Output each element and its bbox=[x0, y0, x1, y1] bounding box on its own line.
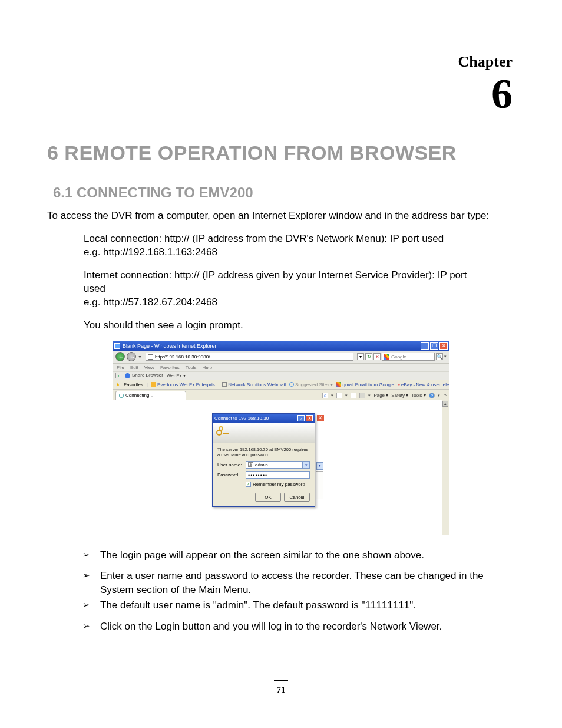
favlink-everfocus[interactable]: Everfocus WebEx Enterpris... bbox=[151, 382, 219, 387]
page-menu[interactable]: Page ▾ bbox=[373, 393, 388, 398]
auth-dialog: Connect to 192.168.10.30 ? ✕ The server … bbox=[212, 413, 315, 508]
bullet-text-1: The login page will appear on the screen… bbox=[100, 548, 424, 562]
mail-button[interactable] bbox=[351, 393, 356, 398]
page-icon bbox=[148, 354, 153, 360]
behind-dropdown-icon: ▾ bbox=[316, 462, 323, 470]
dialog-banner bbox=[213, 423, 315, 443]
ebay-icon: e bbox=[398, 383, 400, 387]
ie-small-icon bbox=[289, 382, 294, 387]
print-button[interactable] bbox=[359, 393, 365, 398]
dialog-title: Connect to 192.168.10.30 bbox=[214, 416, 296, 421]
favlink-netsol[interactable]: Network Solutions Webmail bbox=[222, 382, 286, 387]
dialog-body: The server 192.168.10.30 at EMV200 requi… bbox=[213, 443, 315, 507]
menu-file[interactable]: File bbox=[117, 365, 124, 370]
menu-bar: File Edit View Favorites Tools Help bbox=[113, 364, 449, 372]
remember-label: Remember my password bbox=[253, 482, 305, 487]
feeds-dropdown-icon[interactable]: ▾ bbox=[345, 393, 348, 398]
webex-toolbar: x Share Browser WebEx ▾ bbox=[113, 372, 449, 380]
page-number: 71 bbox=[277, 685, 286, 694]
dialog-close-button[interactable]: ✕ bbox=[306, 415, 313, 421]
tools-menu[interactable]: Tools ▾ bbox=[411, 393, 426, 398]
webex-menu[interactable]: WebEx ▾ bbox=[167, 373, 186, 378]
password-row: Password: •••••••• bbox=[217, 471, 310, 479]
menu-tools[interactable]: Tools bbox=[186, 365, 197, 370]
password-input[interactable]: •••••••• bbox=[246, 471, 310, 479]
menu-favorites[interactable]: Favorites bbox=[160, 365, 180, 370]
cancel-button[interactable]: Cancel bbox=[284, 493, 310, 502]
bullet-text-2: Enter a user name and password to access… bbox=[100, 569, 491, 597]
section-heading: 6.1 CONNECTING TO EMV200 bbox=[53, 185, 515, 201]
username-input[interactable]: admin ▾ bbox=[246, 461, 310, 469]
favorites-star-icon[interactable]: ★ bbox=[115, 381, 120, 387]
google-small-icon bbox=[336, 382, 341, 387]
forward-button[interactable]: → bbox=[127, 352, 136, 361]
dialog-help-button[interactable]: ? bbox=[297, 415, 305, 421]
menu-edit[interactable]: Edit bbox=[130, 365, 138, 370]
username-row: User name: admin ▾ bbox=[217, 461, 310, 469]
chapter-label: Chapter bbox=[458, 53, 513, 71]
loading-spinner-icon bbox=[119, 393, 124, 398]
list-item: ➢ Enter a user name and password to acce… bbox=[82, 569, 491, 597]
internet-line-1: Internet connection: http:// (IP address… bbox=[84, 269, 491, 296]
scroll-up-button[interactable]: ▴ bbox=[442, 401, 448, 407]
bullet-marker-icon: ➢ bbox=[82, 548, 92, 562]
safety-menu[interactable]: Safety ▾ bbox=[391, 393, 408, 398]
search-placeholder: Google bbox=[391, 354, 406, 360]
search-button[interactable]: 🔍 bbox=[436, 353, 443, 360]
username-dropdown-icon[interactable]: ▾ bbox=[302, 462, 309, 468]
search-dropdown-icon[interactable]: ▾ bbox=[444, 354, 447, 359]
menu-help[interactable]: Help bbox=[202, 365, 211, 370]
password-label: Password: bbox=[217, 472, 246, 477]
back-button[interactable]: ← bbox=[115, 352, 125, 361]
dialog-titlebar: Connect to 192.168.10.30 ? ✕ bbox=[213, 414, 315, 423]
favlink-suggested[interactable]: Suggested Sites ▾ bbox=[289, 382, 333, 387]
page-footer: 71 bbox=[0, 674, 562, 695]
nav-right-controls: ▾ ↻ ✕ Google 🔍 ▾ bbox=[357, 353, 447, 361]
stop-button[interactable]: ✕ bbox=[373, 353, 381, 360]
behind-window-edge bbox=[316, 471, 323, 499]
keys-icon bbox=[216, 426, 229, 439]
help-button[interactable]: ? bbox=[429, 393, 435, 398]
close-button[interactable]: ✕ bbox=[439, 342, 448, 350]
home-button[interactable]: ⌂ bbox=[322, 393, 328, 398]
bullet-list: ➢ The login page will appear on the scre… bbox=[47, 548, 515, 634]
nav-dropdown-icon[interactable]: ▼ bbox=[138, 355, 142, 359]
list-item: ➢ The default user name is "admin". The … bbox=[82, 598, 491, 612]
print-dropdown-icon[interactable]: ▾ bbox=[368, 393, 371, 398]
address-bar[interactable]: http://192.168.10.30:9980/ bbox=[146, 353, 353, 361]
go-dropdown[interactable]: ▾ bbox=[357, 353, 364, 360]
browser-tab[interactable]: Connecting... bbox=[115, 391, 186, 400]
dialog-message: The server 192.168.10.30 at EMV200 requi… bbox=[217, 447, 310, 458]
ie-icon bbox=[114, 343, 120, 349]
share-browser-button[interactable]: Share Browser bbox=[125, 373, 163, 378]
google-icon bbox=[384, 354, 389, 360]
internet-line-2: e.g. http://57.182.67.204:2468 bbox=[84, 296, 491, 309]
ok-button[interactable]: OK bbox=[255, 493, 281, 502]
vertical-scrollbar[interactable]: ▴ bbox=[442, 400, 449, 535]
document-page: Chapter 6 6 REMOTE OPERATION FROM BROWSE… bbox=[0, 0, 562, 728]
maximize-button[interactable]: ❐ bbox=[430, 342, 438, 350]
page-number-rule bbox=[274, 680, 288, 681]
chapter-title: 6 REMOTE OPERATION FROM BROWSER bbox=[47, 141, 515, 164]
username-value: admin bbox=[255, 462, 268, 467]
favlink-gmail[interactable]: gmail Email from Google bbox=[336, 382, 394, 387]
help-dropdown-icon[interactable]: ▾ bbox=[438, 393, 440, 398]
search-box[interactable]: Google bbox=[382, 353, 435, 361]
minimize-button[interactable]: _ bbox=[421, 342, 429, 350]
local-connection-block: Local connection: http:// (IP address fr… bbox=[84, 232, 491, 259]
toolbar-close-icon[interactable]: x bbox=[115, 373, 121, 378]
dialog-button-row: OK Cancel bbox=[217, 493, 310, 502]
favlink-ebay[interactable]: eeBay - New & used electroni... bbox=[398, 382, 449, 387]
home-dropdown-icon[interactable]: ▾ bbox=[331, 393, 333, 398]
remember-row: ✓ Remember my password bbox=[217, 482, 310, 487]
menu-view[interactable]: View bbox=[144, 365, 154, 370]
refresh-button[interactable]: ↻ bbox=[365, 353, 372, 360]
nav-toolbar: ← → ▼ http://192.168.10.30:9980/ ▾ ↻ ✕ G… bbox=[113, 351, 449, 364]
tab-label: Connecting... bbox=[125, 393, 153, 398]
tab-bar: Connecting... ⌂ ▾ ▾ ▾ Page ▾ Safety ▾ To… bbox=[113, 390, 449, 400]
feeds-button[interactable] bbox=[336, 393, 342, 398]
chevron-right-icon[interactable]: » bbox=[444, 393, 447, 397]
behind-close-icon: ✕ bbox=[316, 414, 325, 422]
internet-connection-block: Internet connection: http:// (IP address… bbox=[84, 269, 491, 309]
remember-checkbox[interactable]: ✓ bbox=[246, 482, 251, 487]
